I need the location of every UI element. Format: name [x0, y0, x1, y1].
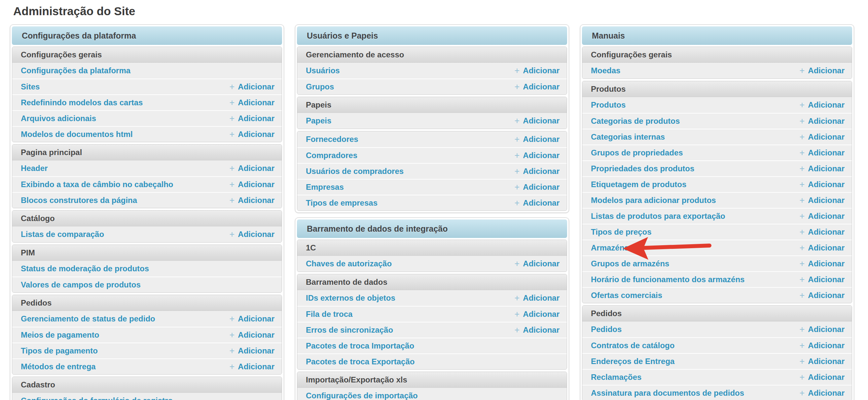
- add-link[interactable]: +Adicionar: [800, 389, 844, 398]
- add-link[interactable]: +Adicionar: [800, 116, 844, 126]
- add-link[interactable]: +Adicionar: [515, 82, 559, 92]
- add-link[interactable]: +Adicionar: [515, 151, 559, 160]
- model-link[interactable]: Status de moderação de produtos: [21, 264, 149, 273]
- plus-icon: +: [800, 325, 805, 334]
- model-link[interactable]: Endereços de Entrega: [591, 357, 675, 366]
- model-link[interactable]: Configurações de importação: [306, 391, 418, 400]
- model-link[interactable]: Fila de troca: [306, 309, 352, 319]
- add-link[interactable]: +Adicionar: [800, 227, 844, 237]
- add-label: Adicionar: [808, 259, 844, 268]
- add-link[interactable]: +Adicionar: [229, 362, 275, 371]
- model-link[interactable]: Grupos: [306, 82, 334, 92]
- model-link[interactable]: Grupos de propriedades: [591, 148, 683, 158]
- add-link[interactable]: +Adicionar: [800, 132, 844, 142]
- add-link[interactable]: +Adicionar: [800, 100, 844, 109]
- add-link[interactable]: +Adicionar: [800, 341, 844, 350]
- add-link[interactable]: +Adicionar: [800, 66, 844, 75]
- add-link[interactable]: +Adicionar: [800, 325, 844, 334]
- model-link[interactable]: Reclamações: [591, 373, 642, 382]
- model-link[interactable]: Redefinindo modelos das cartas: [21, 98, 143, 107]
- add-link[interactable]: +Adicionar: [229, 130, 275, 139]
- model-link[interactable]: Modelos de documentos html: [21, 130, 133, 139]
- model-link[interactable]: Usuários de compradores: [306, 167, 404, 176]
- model-link[interactable]: Erros de sincronização: [306, 325, 393, 335]
- add-link[interactable]: +Adicionar: [229, 164, 275, 173]
- add-link[interactable]: +Adicionar: [515, 309, 559, 319]
- model-link[interactable]: Pedidos: [591, 325, 622, 334]
- add-link[interactable]: +Adicionar: [515, 198, 559, 208]
- model-link[interactable]: Usuários: [306, 66, 340, 75]
- model-link[interactable]: Tipos de preços: [591, 227, 652, 237]
- add-link[interactable]: +Adicionar: [800, 373, 844, 382]
- model-link[interactable]: Grupos de armazéns: [591, 259, 669, 268]
- add-link[interactable]: +Adicionar: [229, 98, 275, 107]
- model-link[interactable]: Meios de pagamento: [21, 330, 99, 340]
- model-link[interactable]: Categorias de produtos: [591, 116, 680, 126]
- model-link[interactable]: IDs externos de objetos: [306, 293, 395, 303]
- model-link[interactable]: Assinatura para documentos de pedidos: [591, 389, 744, 398]
- add-link[interactable]: +Adicionar: [800, 357, 844, 366]
- model-link[interactable]: Exibindo a taxa de câmbio no cabeçalho: [21, 180, 173, 189]
- model-link[interactable]: Configurações do formulário de registro: [21, 396, 173, 400]
- module: 1CChaves de autorização+Adicionar: [297, 240, 567, 272]
- add-link[interactable]: +Adicionar: [800, 259, 844, 268]
- model-link[interactable]: Propriedades dos produtos: [591, 164, 694, 173]
- model-link[interactable]: Ofertas comerciais: [591, 291, 662, 300]
- model-link[interactable]: Arquivos adicionais: [21, 114, 96, 123]
- add-link[interactable]: +Adicionar: [515, 167, 559, 176]
- model-link[interactable]: Configurações da plataforma: [21, 66, 130, 75]
- model-link[interactable]: Listas de produtos para exportação: [591, 211, 725, 221]
- add-link[interactable]: +Adicionar: [229, 230, 275, 239]
- add-link[interactable]: +Adicionar: [515, 66, 559, 75]
- model-link[interactable]: Moedas: [591, 66, 620, 75]
- model-link[interactable]: Fornecedores: [306, 135, 359, 144]
- model-link[interactable]: Listas de comparação: [21, 230, 104, 239]
- add-link[interactable]: +Adicionar: [800, 196, 844, 205]
- add-link[interactable]: +Adicionar: [229, 114, 275, 123]
- add-link[interactable]: +Adicionar: [800, 211, 844, 221]
- model-link[interactable]: Pacotes de troca Importação: [306, 341, 414, 351]
- add-link[interactable]: +Adicionar: [515, 135, 559, 144]
- model-link[interactable]: Empresas: [306, 182, 344, 192]
- add-link[interactable]: +Adicionar: [229, 330, 275, 340]
- add-link[interactable]: +Adicionar: [800, 243, 844, 253]
- model-link[interactable]: Horário de funcionamento dos armazéns: [591, 275, 744, 284]
- add-link[interactable]: +Adicionar: [515, 116, 559, 125]
- model-link[interactable]: Chaves de autorização: [306, 259, 392, 268]
- model-link[interactable]: Gerenciamento de status de pedido: [21, 314, 155, 324]
- plus-icon: +: [800, 373, 805, 382]
- model-link[interactable]: Pacotes de troca Exportação: [306, 357, 414, 366]
- add-link[interactable]: +Adicionar: [515, 293, 559, 303]
- add-link[interactable]: +Adicionar: [515, 182, 559, 192]
- model-row: Chaves de autorização+Adicionar: [297, 256, 567, 272]
- add-link[interactable]: +Adicionar: [800, 275, 844, 284]
- add-link[interactable]: +Adicionar: [515, 325, 559, 335]
- model-link[interactable]: Produtos: [591, 100, 626, 109]
- add-link[interactable]: +Adicionar: [800, 164, 844, 173]
- add-link[interactable]: +Adicionar: [515, 259, 559, 268]
- model-link[interactable]: Métodos de entrega: [21, 362, 96, 371]
- add-link[interactable]: +Adicionar: [229, 346, 275, 356]
- add-link[interactable]: +Adicionar: [800, 148, 844, 158]
- model-link[interactable]: Armazéns: [591, 243, 629, 253]
- model-link[interactable]: Tipos de empresas: [306, 198, 377, 208]
- add-link[interactable]: +Adicionar: [800, 180, 844, 189]
- model-link[interactable]: Compradores: [306, 151, 358, 160]
- add-link[interactable]: +Adicionar: [229, 314, 275, 324]
- model-link[interactable]: Categorias internas: [591, 132, 665, 142]
- model-link[interactable]: Modelos para adicionar produtos: [591, 196, 716, 205]
- model-link[interactable]: Header: [21, 164, 48, 173]
- model-link[interactable]: Tipos de pagamento: [21, 346, 98, 356]
- model-link[interactable]: Papeis: [306, 116, 331, 125]
- add-link[interactable]: +Adicionar: [229, 180, 275, 189]
- model-link[interactable]: Contratos de catálogo: [591, 341, 675, 350]
- module-caption: Pedidos: [582, 306, 852, 322]
- add-link[interactable]: +Adicionar: [800, 291, 844, 300]
- add-link[interactable]: +Adicionar: [229, 196, 275, 205]
- module-caption: Configurações gerais: [12, 47, 282, 63]
- model-link[interactable]: Etiquetagem de produtos: [591, 180, 686, 189]
- model-link[interactable]: Valores de campos de produtos: [21, 280, 141, 290]
- model-link[interactable]: Sites: [21, 82, 40, 92]
- model-link[interactable]: Blocos construtores da página: [21, 196, 137, 205]
- add-link[interactable]: +Adicionar: [229, 82, 275, 92]
